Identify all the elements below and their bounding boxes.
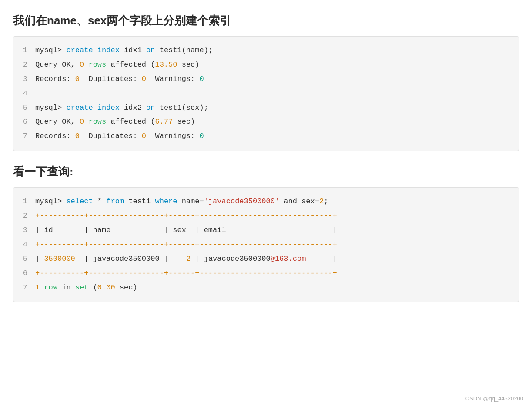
watermark: CSDN @qq_44620200 [465,395,523,402]
code-line: 3 | id | name | sex | email | [13,223,519,238]
code-line: 1 mysql> select * from test1 where name=… [13,195,519,209]
line-content: | id | name | sex | email | [35,224,519,237]
code-line: 6 +----------+-----------------+------+-… [13,266,519,281]
code-line: 5 mysql> create index idx2 on test1(sex)… [13,101,519,115]
code-block-1: 1 mysql> create index idx1 on test1(name… [13,36,519,151]
line-number: 5 [13,253,35,266]
line-content: +----------+-----------------+------+---… [35,210,519,222]
section2-title: 看一下查询: [13,164,519,179]
line-content [35,87,519,100]
code-line: 2 +----------+-----------------+------+-… [13,209,519,223]
code-line: 4 +----------+-----------------+------+-… [13,238,519,252]
line-number: 2 [13,210,35,222]
line-number: 3 [13,73,35,86]
code-block-2: 1 mysql> select * from test1 where name=… [13,187,519,302]
line-content: | 3500000 | javacode3500000 | 2 | javaco… [35,253,519,266]
code-line: 3 Records: 0 Duplicates: 0 Warnings: 0 [13,72,519,87]
line-content: Query OK, 0 rows affected (6.77 sec) [35,116,519,128]
line-number: 4 [13,87,35,100]
line-content: mysql> create index idx2 on test1(sex); [35,102,519,114]
line-number: 3 [13,224,35,237]
line-number: 5 [13,102,35,114]
line-number: 6 [13,116,35,128]
line-content: Query OK, 0 rows affected (13.50 sec) [35,59,519,71]
line-content: +----------+-----------------+------+---… [35,267,519,280]
code-line: 7 Records: 0 Duplicates: 0 Warnings: 0 [13,129,519,144]
line-content: Records: 0 Duplicates: 0 Warnings: 0 [35,130,519,143]
line-content: 1 row in set (0.00 sec) [35,282,519,294]
code-line: 2 Query OK, 0 rows affected (13.50 sec) [13,58,519,72]
code-line: 7 1 row in set (0.00 sec) [13,281,519,295]
line-number: 2 [13,59,35,71]
line-content: mysql> select * from test1 where name='j… [35,195,519,208]
line-number: 1 [13,44,35,57]
line-number: 7 [13,282,35,294]
line-content: Records: 0 Duplicates: 0 Warnings: 0 [35,73,519,86]
line-number: 1 [13,195,35,208]
line-number: 7 [13,130,35,143]
line-content: mysql> create index idx1 on test1(name); [35,44,519,57]
code-line: 1 mysql> create index idx1 on test1(name… [13,44,519,58]
code-line: 4 [13,87,519,101]
line-number: 4 [13,239,35,251]
line-content: +----------+-----------------+------+---… [35,239,519,251]
line-number: 6 [13,267,35,280]
code-line: 6 Query OK, 0 rows affected (6.77 sec) [13,115,519,129]
code-line: 5 | 3500000 | javacode3500000 | 2 | java… [13,252,519,266]
section1-title: 我们在name、sex两个字段上分别建个索引 [13,13,519,28]
